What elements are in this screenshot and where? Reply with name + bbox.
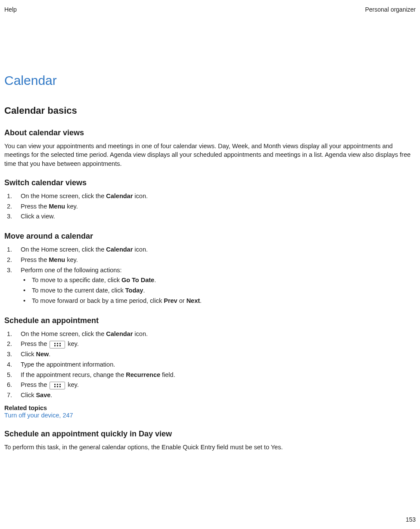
text: icon. xyxy=(133,193,148,199)
subsection-switch-calendar-views: Switch calendar views xyxy=(4,178,416,187)
text: To move forward or back by a time period… xyxy=(32,297,164,304)
text: key. xyxy=(66,381,79,388)
text: icon. xyxy=(133,330,148,337)
list-item: Click New. xyxy=(4,350,416,359)
text: If the appointment recurs, change the xyxy=(21,371,126,378)
menu-key-icon xyxy=(50,341,65,349)
list-item: On the Home screen, click the Calendar i… xyxy=(4,192,416,201)
text: . xyxy=(200,297,202,304)
link-turn-off-device[interactable]: Turn off your device, 247 xyxy=(4,412,73,419)
menu-key-icon xyxy=(50,382,65,389)
list-item: Press the key. xyxy=(4,339,416,349)
list-schedule-appointment: On the Home screen, click the Calendar i… xyxy=(4,330,416,400)
bold-text: Menu xyxy=(49,203,65,210)
bold-text: Calendar xyxy=(106,193,133,199)
text: field. xyxy=(160,371,175,378)
list-move-around-calendar: On the Home screen, click the Calendar i… xyxy=(4,245,416,275)
text: Press the xyxy=(21,203,49,210)
text: . xyxy=(143,287,145,294)
paragraph-quick-entry: To perform this task, in the general cal… xyxy=(4,443,416,451)
bold-text: Recurrence xyxy=(126,371,160,378)
related-topics-heading: Related topics xyxy=(4,405,416,411)
list-item: To move to a specific date, click Go To … xyxy=(21,276,416,285)
text: On the Home screen, click the xyxy=(21,246,106,253)
text: Type the appointment information. xyxy=(21,361,115,368)
bold-text: Calendar xyxy=(106,246,133,253)
list-item: Type the appointment information. xyxy=(4,360,416,370)
bold-text: Save xyxy=(36,392,50,398)
list-switch-calendar-views: On the Home screen, click the Calendar i… xyxy=(4,192,416,221)
list-item: Click Save. xyxy=(4,391,416,400)
text: or xyxy=(177,297,187,304)
nested-bullet-list: To move to a specific date, click Go To … xyxy=(21,276,416,305)
list-item: On the Home screen, click the Calendar i… xyxy=(4,245,416,255)
text: On the Home screen, click the xyxy=(21,193,106,199)
text: icon. xyxy=(133,246,148,253)
text: Perform one of the following actions: xyxy=(21,267,122,274)
text: Click a view. xyxy=(21,213,55,220)
text: key. xyxy=(65,203,78,210)
subsection-about-calendar-views: About calendar views xyxy=(4,128,416,137)
list-item: Perform one of the following actions: xyxy=(4,266,416,275)
list-item: Press the key. xyxy=(4,380,416,390)
page-number: 153 xyxy=(406,516,416,523)
text: Press the xyxy=(21,340,49,347)
list-item: Press the Menu key. xyxy=(4,202,416,212)
text: key. xyxy=(65,256,78,263)
text: To move to a specific date, click xyxy=(32,277,121,283)
header-left: Help xyxy=(4,6,17,13)
text: On the Home screen, click the xyxy=(21,330,106,337)
header-right: Personal organizer xyxy=(365,6,416,13)
main-title: Calendar xyxy=(4,73,416,88)
page-header: Help Personal organizer xyxy=(0,0,420,13)
text: key. xyxy=(66,340,79,347)
bold-text: New xyxy=(36,351,49,358)
page-content: Calendar Calendar basics About calendar … xyxy=(0,73,420,451)
text: . xyxy=(49,351,50,358)
bold-text: Prev xyxy=(164,297,177,304)
subsection-move-around-calendar: Move around a calendar xyxy=(4,232,416,241)
bold-text: Menu xyxy=(49,256,65,263)
paragraph-about-calendar-views: You can view your appointments and meeti… xyxy=(4,142,416,168)
bold-text: Today xyxy=(125,287,143,294)
list-item: To move to the current date, click Today… xyxy=(21,286,416,296)
bold-text: Next xyxy=(187,297,200,304)
subsection-schedule-appointment: Schedule an appointment xyxy=(4,316,416,325)
section-title-calendar-basics: Calendar basics xyxy=(4,105,416,116)
list-item: Click a view. xyxy=(4,212,416,221)
bold-text: Calendar xyxy=(106,330,133,337)
text: Click xyxy=(21,351,36,358)
subsection-schedule-quickly-day-view: Schedule an appointment quickly in Day v… xyxy=(4,429,416,439)
list-item: If the appointment recurs, change the Re… xyxy=(4,370,416,380)
text: Press the xyxy=(21,256,49,263)
bold-text: Go To Date xyxy=(121,277,154,283)
text: Press the xyxy=(21,381,49,388)
list-item: To move forward or back by a time period… xyxy=(21,296,416,306)
list-item: Press the Menu key. xyxy=(4,255,416,265)
text: . xyxy=(154,277,156,283)
text: . xyxy=(50,392,52,398)
text: To move to the current date, click xyxy=(32,287,125,294)
list-item: On the Home screen, click the Calendar i… xyxy=(4,330,416,339)
text: Click xyxy=(21,392,36,398)
